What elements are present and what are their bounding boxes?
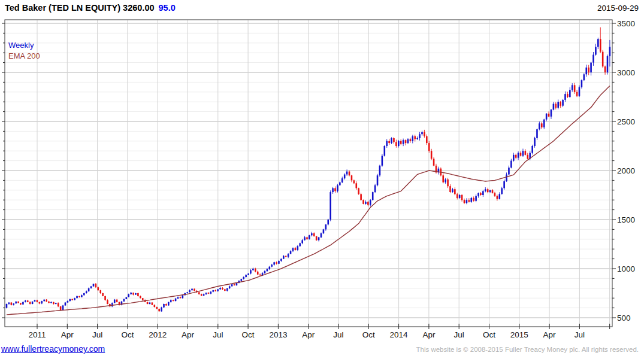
candle-up: [290, 251, 292, 254]
candle-up: [346, 172, 348, 175]
candle-down: [306, 238, 308, 239]
legend-ema-200: EMA 200: [8, 51, 40, 62]
candle-up: [81, 295, 83, 297]
candle-down: [355, 183, 357, 188]
candle-down: [604, 66, 606, 72]
candle-down: [492, 190, 494, 193]
candle-down: [362, 200, 364, 204]
y-axis-label: 3000: [617, 68, 635, 77]
candle-down: [193, 289, 195, 291]
candle-up: [304, 238, 306, 241]
x-axis-label: 2012: [149, 330, 167, 339]
candle-up: [62, 306, 64, 311]
x-axis-label: Oct: [121, 330, 134, 339]
candle-down: [602, 52, 604, 67]
candle-up: [592, 55, 594, 63]
candle-down: [259, 275, 261, 276]
candle-up: [301, 240, 303, 243]
candle-down: [468, 200, 470, 202]
y-axis-label: 1000: [617, 264, 635, 273]
candle-up: [370, 200, 371, 205]
candle-up: [163, 304, 165, 308]
candle-down: [95, 284, 97, 287]
candle-down: [555, 104, 557, 108]
candle-up: [579, 87, 580, 96]
candle-up: [470, 198, 472, 202]
chart-header: Ted Baker (TED LN EQUITY) 3260.0095.0: [5, 3, 176, 13]
candle-up: [114, 300, 116, 303]
candle-up: [445, 180, 446, 182]
candle-up: [90, 287, 92, 288]
chart-area[interactable]: 5001000150020002500300035002011AprJulOct…: [0, 18, 644, 344]
candle-up: [341, 178, 343, 182]
candle-up: [309, 235, 310, 239]
candle-up: [543, 120, 545, 127]
candle-down: [222, 288, 223, 290]
candle-down: [567, 94, 569, 97]
candle-down: [58, 303, 59, 306]
x-axis-label: Jul: [575, 330, 585, 339]
candlestick-plot: 5001000150020002500300035002011AprJulOct…: [0, 18, 644, 344]
price-change-value: 95.0: [159, 3, 176, 13]
candle-down: [525, 151, 527, 155]
candle-down: [27, 300, 29, 302]
candle-up: [32, 302, 34, 304]
candle-up: [86, 291, 87, 293]
candle-up: [513, 155, 515, 161]
candle-down: [71, 299, 73, 300]
candle-up: [412, 136, 414, 141]
candle-down: [78, 296, 80, 297]
candle-down: [424, 132, 425, 136]
candle-up: [329, 192, 331, 220]
candle-up: [372, 192, 374, 200]
candle-up: [231, 284, 233, 286]
candle-up: [177, 297, 179, 299]
candle-down: [334, 188, 336, 191]
candle-up: [210, 292, 212, 294]
candle-up: [288, 254, 289, 257]
candle-down: [360, 194, 362, 200]
x-axis-label: Jul: [213, 330, 223, 339]
chart-legend: Weekly EMA 200: [8, 40, 40, 62]
candle-down: [99, 290, 101, 293]
candle-down: [367, 202, 369, 205]
candle-down: [548, 114, 550, 117]
candle-up: [382, 156, 383, 165]
candle-up: [419, 134, 421, 138]
x-axis-label: 2011: [28, 330, 46, 339]
candle-up: [217, 289, 219, 291]
candle-down: [515, 155, 517, 158]
candle-up: [111, 303, 113, 306]
candle-up: [205, 293, 207, 294]
candle-up: [278, 261, 280, 264]
candle-up: [477, 193, 479, 196]
y-axis-label: 3500: [617, 19, 635, 28]
candle-down: [487, 189, 489, 192]
candle-up: [130, 293, 132, 294]
candle-up: [534, 138, 536, 146]
candle-up: [229, 287, 231, 288]
candle-up: [325, 224, 327, 229]
candle-down: [473, 198, 474, 201]
candle-up: [607, 56, 609, 72]
candle-down: [116, 300, 118, 302]
candle-up: [273, 262, 275, 264]
candle-down: [46, 300, 47, 302]
candle-up: [267, 269, 268, 271]
candle-down: [60, 306, 62, 311]
candle-up: [501, 188, 503, 194]
candle-down: [17, 302, 19, 303]
x-axis-label: Jul: [454, 330, 464, 339]
candle-up: [498, 194, 500, 199]
x-axis-label: Apr: [543, 330, 557, 339]
candle-down: [214, 290, 216, 291]
candle-up: [55, 303, 57, 304]
candle-up: [65, 303, 66, 306]
candle-down: [428, 143, 430, 151]
x-axis-label: Apr: [182, 330, 195, 339]
candle-down: [574, 85, 576, 92]
candle-down: [295, 248, 297, 250]
website-link[interactable]: www.fullertreacymoney.com: [1, 344, 105, 354]
candle-up: [503, 181, 505, 188]
candle-down: [208, 293, 210, 294]
